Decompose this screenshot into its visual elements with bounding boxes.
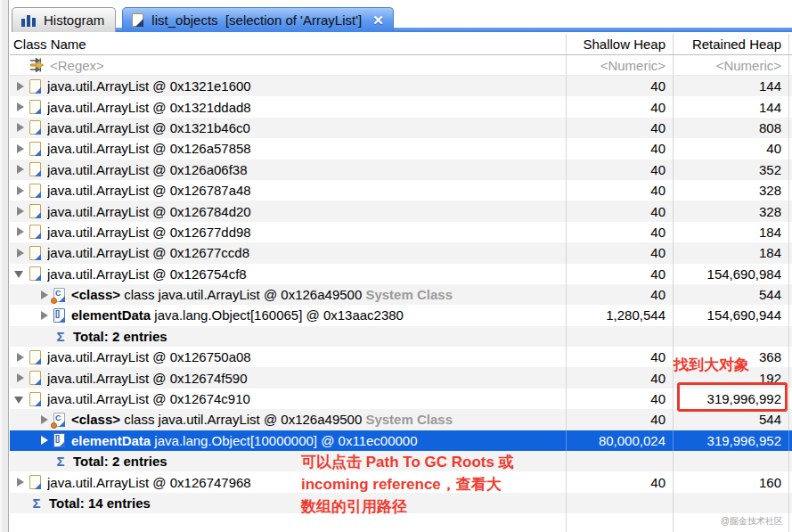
retained-heap-cell: 144 (674, 76, 789, 96)
table-row[interactable]: java.util.ArrayList @ 0x126a57858 40 40 (10, 138, 792, 159)
left-panel-edge (0, 0, 9, 532)
shallow-heap-cell: 40 (567, 76, 674, 96)
retained-heap-cell: 184 (674, 242, 789, 263)
sigma-total-icon: Σ (53, 329, 68, 344)
array-icon: [] (53, 433, 65, 447)
name-cell: java.util.ArrayList @ 0x12674f590 (10, 367, 567, 388)
object-icon (29, 350, 41, 364)
object-icon (29, 475, 41, 489)
retained-heap-cell: 154,690,984 (674, 264, 789, 284)
name-cell: java.util.ArrayList @ 0x126a57858 (10, 138, 567, 159)
table-row[interactable]: java.util.ArrayList @ 0x12674c910 40 319… (10, 389, 792, 409)
table-row[interactable]: java.util.ArrayList @ 0x126a06f38 40 352 (10, 160, 792, 180)
tab-list-objects[interactable]: list_objects [selection of 'ArrayList'] … (122, 7, 393, 32)
tab-histogram-label: Histogram (44, 12, 104, 28)
name-cell: java.util.ArrayList @ 0x1321ddad8 (10, 96, 567, 117)
name-cell: [] elementData java.lang.Object[160065] … (10, 305, 567, 325)
object-icon (29, 371, 41, 385)
table-row[interactable]: java.util.ArrayList @ 0x126784d20 40 328 (10, 201, 792, 221)
column-header-class-name[interactable]: Class Name (10, 34, 567, 54)
regex-filter-icon (29, 58, 45, 72)
retained-heap-cell (674, 451, 789, 471)
table-row[interactable]: C <class> class java.util.ArrayList @ 0x… (10, 409, 792, 430)
shallow-heap-cell: 40 (567, 160, 674, 180)
table-row[interactable]: Σ Total: 2 entries (10, 326, 792, 347)
object-icon (29, 392, 41, 406)
table-row[interactable]: [] elementData java.lang.Object[160065] … (10, 305, 792, 325)
shallow-heap-cell (567, 451, 674, 471)
shallow-heap-cell (567, 493, 674, 513)
expander-icon[interactable] (13, 162, 26, 176)
class-name-filter-input[interactable]: <Regex> (50, 58, 104, 73)
name-cell: java.util.ArrayList @ 0x126787a48 (10, 180, 567, 201)
shallow-heap-cell: 40 (567, 201, 674, 221)
expander-icon[interactable] (13, 204, 26, 218)
name-cell: java.util.ArrayList @ 0x126784d20 (10, 201, 567, 221)
name-cell: java.util.ArrayList @ 0x126750a08 (10, 347, 567, 367)
name-cell: java.util.ArrayList @ 0x12674c910 (10, 389, 567, 409)
object-icon (29, 225, 41, 239)
expander-icon[interactable] (13, 266, 26, 281)
retained-heap-filter-input[interactable]: <Numeric> (674, 55, 789, 75)
shallow-heap-cell: 40 (567, 180, 674, 201)
expander-icon[interactable] (37, 433, 50, 447)
retained-heap-cell: 144 (674, 96, 789, 117)
column-header-retained-heap[interactable]: Retained Heap (674, 34, 789, 54)
name-cell: java.util.ArrayList @ 0x126a06f38 (10, 160, 567, 180)
close-icon[interactable]: ✕ (372, 12, 384, 29)
object-icon (29, 266, 41, 281)
table-row[interactable]: java.util.ArrayList @ 0x1321b46c0 40 808 (10, 118, 792, 138)
table-row[interactable]: java.util.ArrayList @ 0x126787a48 40 328 (10, 180, 792, 201)
name-cell: C <class> class java.util.ArrayList @ 0x… (10, 284, 567, 305)
table-row[interactable]: java.util.ArrayList @ 0x12677dd98 40 184 (10, 222, 792, 242)
shallow-heap-filter-input[interactable]: <Numeric> (567, 55, 674, 75)
expander-icon[interactable] (13, 475, 26, 489)
expander-icon[interactable] (13, 246, 26, 260)
retained-heap-cell: 154,690,944 (674, 305, 789, 325)
object-icon (29, 142, 41, 156)
expander-icon[interactable] (13, 350, 26, 364)
expander-icon[interactable] (13, 392, 26, 406)
expander-icon[interactable] (37, 308, 50, 323)
expander-icon[interactable] (37, 288, 50, 302)
shallow-heap-cell: 40 (567, 242, 674, 263)
expander-icon[interactable] (13, 100, 26, 114)
expander-icon[interactable] (13, 79, 26, 94)
expander-icon[interactable] (13, 120, 26, 135)
name-cell: java.util.ArrayList @ 0x12677ccd8 (10, 242, 567, 263)
expander-icon[interactable] (13, 371, 26, 385)
annotation-big-object-label: 找到大对象 (674, 355, 749, 375)
object-icon (29, 100, 41, 114)
class-icon: C (53, 413, 65, 427)
histogram-icon (21, 14, 36, 27)
name-cell: java.util.ArrayList @ 0x1321b46c0 (10, 118, 567, 138)
tab-histogram[interactable]: Histogram (12, 7, 116, 32)
shallow-heap-cell: 40 (567, 347, 674, 367)
shallow-heap-cell: 40 (567, 138, 674, 159)
expander-icon[interactable] (13, 225, 26, 239)
expander-icon[interactable] (13, 142, 26, 156)
object-icon (29, 246, 41, 260)
retained-heap-cell: 40 (674, 138, 789, 159)
name-cell: [] elementData java.lang.Object[10000000… (10, 430, 567, 451)
retained-heap-cell: 160 (674, 471, 789, 492)
table-row[interactable]: java.util.ArrayList @ 0x12677ccd8 40 184 (10, 242, 792, 263)
tab-list-objects-label: list_objects [selection of 'ArrayList'] (151, 12, 362, 28)
sigma-total-icon: Σ (29, 495, 44, 511)
table-row[interactable]: java.util.ArrayList @ 0x1321e1600 40 144 (10, 76, 792, 96)
retained-heap-cell: 352 (674, 160, 789, 180)
sigma-total-icon: Σ (53, 454, 68, 469)
memory-analyzer-window: Histogram list_objects [selection of 'Ar… (0, 0, 792, 532)
column-header-shallow-heap[interactable]: Shallow Heap (567, 34, 674, 54)
table-row[interactable]: java.util.ArrayList @ 0x1321ddad8 40 144 (10, 96, 792, 117)
table-row[interactable]: C <class> class java.util.ArrayList @ 0x… (10, 284, 792, 305)
expander-icon[interactable] (13, 184, 26, 198)
editor-tab-bar: Histogram list_objects [selection of 'Ar… (10, 0, 792, 34)
table-row[interactable]: java.util.ArrayList @ 0x126754cf8 40 154… (10, 264, 792, 284)
object-icon (29, 204, 41, 218)
object-tree: java.util.ArrayList @ 0x1321e1600 40 144… (10, 76, 792, 513)
query-result-icon (132, 13, 143, 27)
expander-icon[interactable] (37, 413, 50, 427)
table-row[interactable]: [] elementData java.lang.Object[10000000… (10, 430, 792, 451)
annotation-note: 可以点击 Path To GC Roots 或 incoming referen… (301, 451, 577, 518)
